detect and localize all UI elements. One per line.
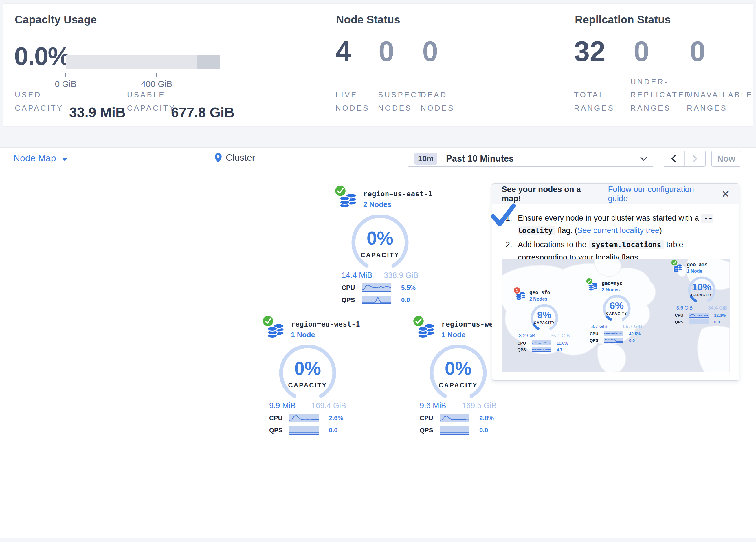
view-mode-dropdown[interactable]: Node Map [13,153,68,163]
unavailable-ranges-label: UNAVAILABLE RANGES [687,88,755,115]
capacity-values: 3.6 GiB 34.4 GiB [676,305,727,311]
suspect-nodes-label: SUSPECT NODES [378,88,421,115]
qps-label: QPS [518,348,530,352]
bar-tick [111,73,111,77]
step-text-segment: Add locations to the [518,240,589,249]
cpu-sparkline [289,414,319,422]
bar-tick-label-400: 400 GiB [133,79,180,89]
used-capacity-stat: 33.9 MiB [69,104,126,120]
suspect-nodes-count: 0 [379,35,394,68]
capacity-values: 14.4 MiB 338.9 GiB [342,271,419,280]
capacity-percent: 0% [349,227,411,249]
step-text-segment: flag. ( [555,226,577,235]
node-card-header: geo=ams 1 Node [671,260,730,274]
qps-metric-row: QPS 0.0 [675,319,729,324]
qps-label: QPS [590,338,602,343]
used-capacity-value: 3.7 GiB [591,324,608,330]
breadcrumb-label: Cluster [226,152,255,163]
world-map-preview: 1 geo=sfo 2 Nodes 9% CAPACITY 3.2 GiB 35… [502,259,730,372]
capacity-gauge: 6% CAPACITY [600,294,634,323]
region-node-card[interactable]: geo=nyc 2 Nodes 6% CAPACITY 3.7 GiB 65.7… [586,279,648,343]
node-card-header: region=eu-west-1 1 Node [259,318,356,341]
region-label: region=us-east-1 [363,190,432,198]
capacity-caption: CAPACITY [528,321,561,325]
capacity-usage-title: Capacity Usage [15,14,97,26]
cpu-value: 42.5% [629,332,641,336]
step-text: Ensure every node in your cluster was st… [518,212,728,237]
cpu-value: 12.3% [714,313,726,318]
chevron-left-icon [670,154,677,163]
step-text-segment: ) [659,226,662,235]
now-button[interactable]: Now [711,150,741,167]
qps-label: QPS [675,320,687,324]
total-capacity-value: 35.1 GiB [551,333,570,339]
chevron-down-icon [640,156,647,161]
cpu-value: 5.5% [401,284,416,292]
popup-header: See your nodes on a map! Follow our conf… [492,183,739,204]
node-count-label[interactable]: 2 Nodes [529,297,550,302]
close-icon[interactable]: ✕ [722,188,730,200]
qps-metric-row: QPS 0.0 [342,296,419,304]
region-label: geo=nyc [602,280,623,286]
node-card-titles: region=eu-west-1 1 Node [291,318,360,339]
total-capacity-value: 338.9 GiB [384,271,419,280]
qps-sparkline [689,319,709,324]
time-back-button[interactable] [663,151,685,166]
configuration-guide-link[interactable]: Follow our configuration guide [608,185,714,203]
page-bottom-strip [0,538,756,542]
bar-tick-label-0: 0 GiB [43,79,89,89]
qps-sparkline [362,296,391,304]
node-card-titles: geo=nyc 2 Nodes [602,279,623,293]
time-range-label: Past 10 Minutes [446,153,514,164]
time-forward-button[interactable] [685,151,706,166]
cpu-metric-row: CPU 42.5% [590,331,644,336]
node-count-label[interactable]: 2 Nodes [602,287,623,293]
node-count-label[interactable]: 1 Node [687,269,708,274]
qps-value: 0.0 [329,427,338,434]
qps-label: QPS [342,296,358,304]
cpu-sparkline [362,284,391,292]
map-pin-icon [215,153,222,162]
total-capacity-value: 169.5 GiB [462,401,497,410]
qps-label: QPS [420,427,436,434]
time-range-select[interactable]: 10m Past 10 Minutes [408,150,654,167]
step-text-segment: Ensure every node in your cluster was st… [518,214,701,222]
region-node-card[interactable]: region=us-east-1 2 Nodes 0% CAPACITY 14.… [331,187,429,304]
region-node-card[interactable]: geo=ams 1 Node 10% CAPACITY 3.6 GiB 34.4… [671,260,730,324]
code-snippet: system.locations [589,240,664,249]
status-ok-icon [671,259,678,266]
region-node-card[interactable]: 1 geo=sfo 2 Nodes 9% CAPACITY 3.2 GiB 35… [513,289,575,352]
capacity-caption: CAPACITY [349,251,411,259]
capacity-usage-bar [66,55,220,69]
cpu-label: CPU [675,313,687,318]
qps-metric-row: QPS 0.0 [269,426,346,435]
dead-nodes-count: 0 [422,35,438,68]
qps-sparkline [289,426,319,435]
breadcrumb[interactable]: Cluster [215,152,255,163]
capacity-bar-reserved-segment [197,55,220,69]
cpu-value: 11.0% [557,341,568,346]
cpu-label: CPU [269,414,286,422]
cpu-metric-row: CPU 2.6% [269,414,346,422]
cpu-metric-row: CPU 2.8% [420,414,497,422]
cpu-label: CPU [420,414,436,422]
status-ok-icon [263,316,274,327]
capacity-caption: CAPACITY [685,293,719,297]
nodes-on-map-popup: See your nodes on a map! Follow our conf… [492,183,739,381]
usable-capacity-stat: 677.8 GiB [171,104,234,120]
qps-sparkline [604,338,623,343]
dropdown-caret-icon [62,157,68,161]
time-range-badge: 10m [414,153,437,165]
qps-sparkline [532,347,551,352]
region-node-card[interactable]: region=eu-west-1 1 Node 0% CAPACITY 9.9 … [259,318,356,435]
warning-badge: 1 [514,287,520,294]
node-count-label[interactable]: 2 Nodes [363,200,432,209]
check-icon [490,202,517,229]
locality-tree-link[interactable]: See current locality tree [577,226,659,235]
node-card-header: region=us-east-1 2 Nodes [331,187,429,211]
node-icon-group [264,318,286,341]
status-ok-icon [413,316,424,327]
node-icon-group [415,318,437,341]
node-card-titles: region=us-east-1 2 Nodes [363,187,432,209]
node-count-label[interactable]: 1 Node [291,331,360,339]
